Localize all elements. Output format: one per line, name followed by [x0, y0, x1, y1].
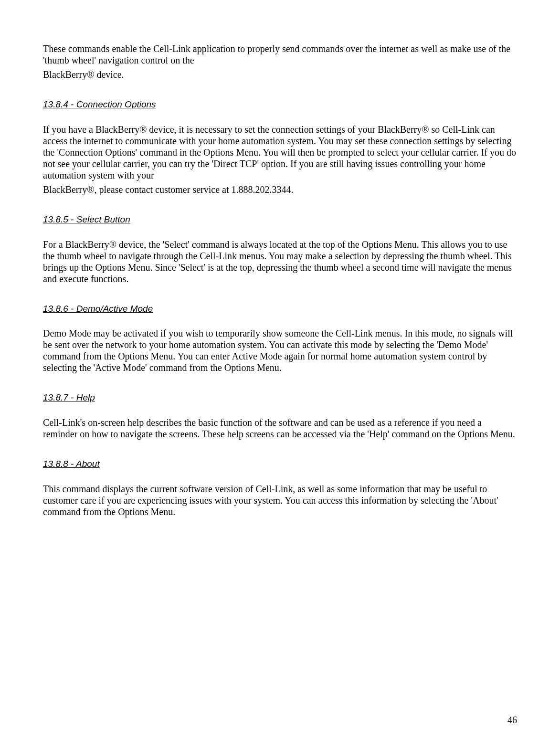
help-p1: Cell-Link's on-screen help describes the… — [43, 417, 517, 440]
heading-demo-active-mode: 13.8.6 - Demo/Active Mode — [43, 304, 517, 315]
heading-connection-options: 13.8.4 - Connection Options — [43, 99, 517, 110]
demo-active-mode-p1: Demo Mode may be activated if you wish t… — [43, 327, 517, 373]
section-connection-options-body: If you have a BlackBerry® device, it is … — [43, 124, 517, 195]
section-help-body: Cell-Link's on-screen help describes the… — [43, 417, 517, 440]
intro-line-2: BlackBerry® device. — [43, 69, 517, 80]
intro-line-1: These commands enable the Cell-Link appl… — [43, 43, 517, 66]
heading-select-button: 13.8.5 - Select Button — [43, 214, 517, 225]
connection-options-p1: If you have a BlackBerry® device, it is … — [43, 124, 517, 181]
section-select-button-body: For a BlackBerry® device, the 'Select' c… — [43, 239, 517, 285]
section-about-body: This command displays the current softwa… — [43, 483, 517, 517]
heading-about: 13.8.8 - About — [43, 459, 517, 470]
select-button-p1: For a BlackBerry® device, the 'Select' c… — [43, 239, 517, 285]
heading-help: 13.8.7 - Help — [43, 392, 517, 403]
intro-paragraph: These commands enable the Cell-Link appl… — [43, 43, 517, 80]
section-demo-active-mode-body: Demo Mode may be activated if you wish t… — [43, 327, 517, 373]
connection-options-p2: BlackBerry®, please contact customer ser… — [43, 184, 517, 195]
about-p1: This command displays the current softwa… — [43, 483, 517, 517]
